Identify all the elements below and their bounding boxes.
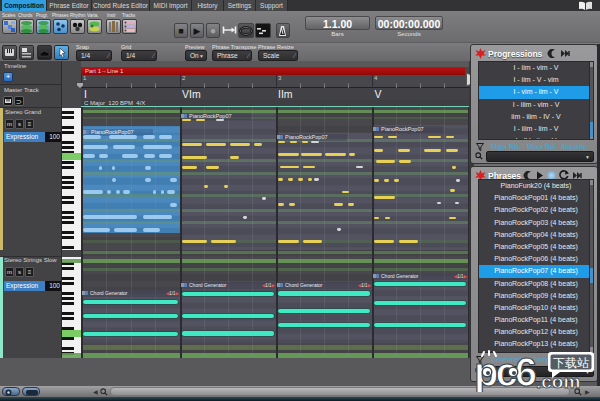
svg-text:下载站: 下载站 (553, 356, 589, 370)
svg-text:.com: .com (536, 371, 580, 392)
